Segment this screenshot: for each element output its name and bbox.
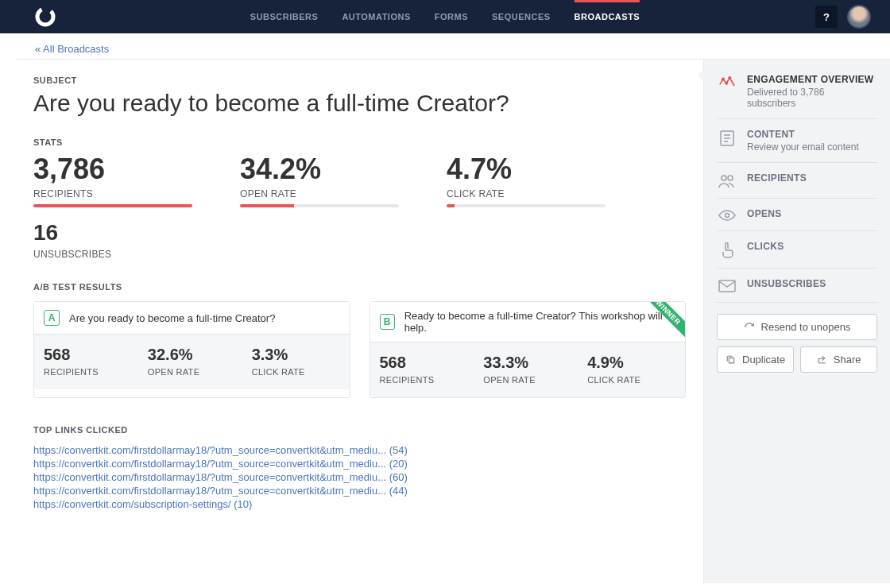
sidebar-pointer xyxy=(698,69,704,82)
stats-label: STATS xyxy=(33,137,686,147)
sidebar-item-engagement-overview[interactable]: ENGAGEMENT OVERVIEWDelivered to 3,786 su… xyxy=(717,74,877,119)
sidebar-item-clicks[interactable]: CLICKS xyxy=(717,231,877,269)
svg-point-2 xyxy=(726,82,728,84)
variant-badge: B xyxy=(380,314,395,330)
sidebar-item-recipients[interactable]: RECIPIENTS xyxy=(717,163,877,199)
logo[interactable] xyxy=(35,6,56,27)
help-button[interactable]: ? xyxy=(815,6,838,28)
nav-subscribers[interactable]: SUBSCRIBERS xyxy=(250,0,319,33)
doc-icon xyxy=(718,129,736,146)
nav-automations[interactable]: AUTOMATIONS xyxy=(342,0,410,33)
footer-copyright: © 2013 - 2018 ConvertKit. All Rights Res… xyxy=(0,583,890,588)
page-title: Are you ready to become a full-time Crea… xyxy=(33,90,686,117)
subject-label: SUBJECT xyxy=(33,75,686,85)
breadcrumb: « All Broadcasts xyxy=(0,33,890,59)
duplicate-button[interactable]: Duplicate xyxy=(717,346,794,373)
users-icon xyxy=(718,172,736,188)
unsubscribes-label: UNSUBSCRIBES xyxy=(33,249,686,260)
back-link[interactable]: « All Broadcasts xyxy=(35,43,109,55)
clicked-link[interactable]: https://convertkit.com/firstdollarmay18/… xyxy=(33,458,686,470)
primary-nav: SUBSCRIBERSAUTOMATIONSFORMSSEQUENCESBROA… xyxy=(250,0,640,33)
resend-button[interactable]: Resend to unopens xyxy=(717,314,877,340)
variant-badge: A xyxy=(44,310,60,326)
nav-broadcasts[interactable]: BROADCASTS xyxy=(575,0,640,33)
svg-point-8 xyxy=(722,176,726,180)
svg-point-0 xyxy=(35,6,56,27)
share-button[interactable]: Share xyxy=(800,346,877,373)
svg-point-9 xyxy=(728,176,733,180)
sidebar-item-opens[interactable]: OPENS xyxy=(717,199,877,231)
ab-results-label: A/B TEST RESULTS xyxy=(33,282,686,292)
activity-icon xyxy=(718,74,736,88)
stat-recipients: 3,786RECIPIENTS xyxy=(33,147,192,207)
sidebar-item-unsubscribes[interactable]: UNSUBSCRIBES xyxy=(717,269,877,303)
clicked-link[interactable]: https://convertkit.com/firstdollarmay18/… xyxy=(33,471,686,483)
ab-variant-a: AAre you ready to become a full-time Cre… xyxy=(33,301,350,398)
clicked-link[interactable]: https://convertkit.com/firstdollarmay18/… xyxy=(33,485,686,497)
avatar[interactable] xyxy=(847,5,871,29)
nav-sequences[interactable]: SEQUENCES xyxy=(492,0,551,33)
svg-point-10 xyxy=(726,214,729,218)
pointer-icon xyxy=(718,241,736,258)
ab-test-row: AAre you ready to become a full-time Cre… xyxy=(33,301,686,398)
stats-row: 3,786RECIPIENTS34.2%OPEN RATE4.7%CLICK R… xyxy=(33,147,686,207)
top-links-list: https://convertkit.com/firstdollarmay18/… xyxy=(33,444,686,510)
clicked-link[interactable]: https://convertkit.com/subscription-sett… xyxy=(33,498,686,510)
svg-rect-12 xyxy=(729,358,734,363)
stat-open-rate: 34.2%OPEN RATE xyxy=(240,147,399,207)
svg-rect-11 xyxy=(719,280,735,292)
mail-icon xyxy=(718,278,736,292)
eye-icon xyxy=(718,208,736,221)
svg-point-3 xyxy=(729,77,731,79)
top-links-label: TOP LINKS CLICKED xyxy=(33,425,686,435)
sidebar-item-content[interactable]: CONTENTReview your email content xyxy=(717,119,877,163)
nav-forms[interactable]: FORMS xyxy=(435,0,468,33)
svg-point-1 xyxy=(722,78,725,80)
unsubscribes-value: 16 xyxy=(33,222,686,244)
clicked-link[interactable]: https://convertkit.com/firstdollarmay18/… xyxy=(33,444,686,456)
sidebar: ENGAGEMENT OVERVIEWDelivered to 3,786 su… xyxy=(704,59,890,583)
stat-click-rate: 4.7%CLICK RATE xyxy=(447,147,606,207)
top-navbar: SUBSCRIBERSAUTOMATIONSFORMSSEQUENCESBROA… xyxy=(0,0,890,33)
main-panel: SUBJECT Are you ready to become a full-t… xyxy=(16,59,704,583)
ab-variant-b: WINNERBReady to become a full-time Creat… xyxy=(370,301,687,398)
